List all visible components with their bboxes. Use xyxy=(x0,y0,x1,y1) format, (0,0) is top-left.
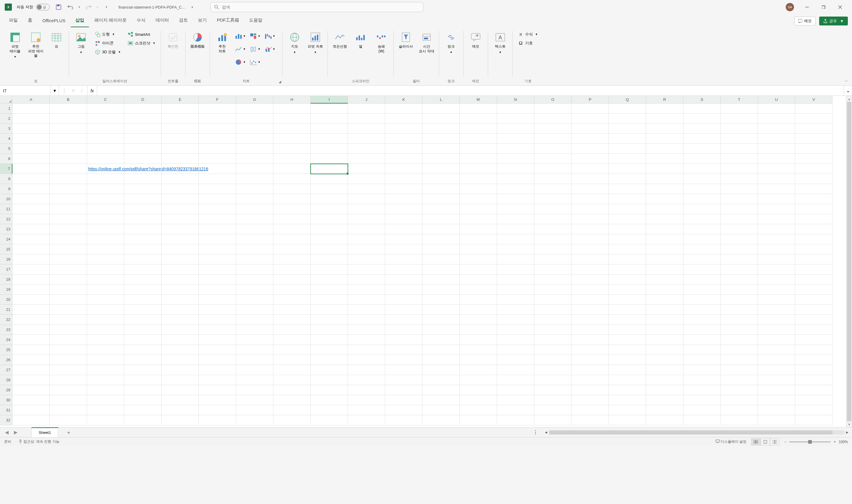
recommended-pivot-button[interactable]: 추천 피벗 테이블 xyxy=(26,30,45,58)
column-header[interactable]: S xyxy=(683,96,721,104)
cell[interactable] xyxy=(162,325,199,335)
cell[interactable] xyxy=(311,234,348,244)
cell[interactable] xyxy=(385,415,422,425)
cell[interactable] xyxy=(721,204,758,214)
cell[interactable] xyxy=(199,224,236,234)
cell[interactable] xyxy=(646,285,683,294)
cell[interactable] xyxy=(758,385,795,395)
cell[interactable] xyxy=(609,355,646,365)
cell[interactable] xyxy=(758,294,795,305)
cell[interactable] xyxy=(795,345,833,355)
cell[interactable] xyxy=(497,415,534,425)
cell[interactable] xyxy=(311,395,348,405)
cell[interactable] xyxy=(311,265,348,274)
cell[interactable] xyxy=(646,365,683,375)
cell[interactable] xyxy=(497,325,534,335)
sparkline-column-button[interactable]: 열 xyxy=(351,30,370,49)
column-header[interactable]: G xyxy=(236,96,273,104)
cell[interactable] xyxy=(497,154,534,164)
cell[interactable] xyxy=(124,285,162,294)
cell[interactable] xyxy=(385,154,422,164)
zoom-out-button[interactable]: − xyxy=(784,440,786,444)
cell[interactable] xyxy=(162,345,199,355)
cell[interactable] xyxy=(422,265,460,274)
cell[interactable] xyxy=(87,244,124,254)
cell[interactable] xyxy=(795,415,833,425)
cell[interactable] xyxy=(758,395,795,405)
cell[interactable] xyxy=(646,294,683,305)
cell[interactable] xyxy=(87,184,124,194)
cell[interactable] xyxy=(795,285,833,294)
cell[interactable] xyxy=(348,174,385,184)
cell[interactable] xyxy=(460,113,497,124)
cell[interactable] xyxy=(795,214,833,224)
cell[interactable] xyxy=(162,164,199,174)
cell[interactable] xyxy=(385,194,422,204)
cell[interactable] xyxy=(50,375,87,385)
cell[interactable] xyxy=(50,315,87,325)
name-box[interactable] xyxy=(0,86,50,95)
cell[interactable] xyxy=(348,134,385,144)
vertical-scroll-thumb[interactable] xyxy=(847,102,851,421)
cell[interactable] xyxy=(534,224,572,234)
cell[interactable] xyxy=(497,385,534,395)
cell[interactable] xyxy=(422,214,460,224)
cell[interactable] xyxy=(534,214,572,224)
cell[interactable] xyxy=(497,124,534,134)
cell[interactable] xyxy=(646,345,683,355)
cell[interactable] xyxy=(348,385,385,395)
cell[interactable] xyxy=(534,204,572,214)
cell[interactable] xyxy=(795,395,833,405)
cell[interactable] xyxy=(236,325,273,335)
cell[interactable] xyxy=(758,234,795,244)
scroll-right-arrow[interactable]: ▶ xyxy=(844,431,850,434)
cell[interactable] xyxy=(460,305,497,315)
cell[interactable] xyxy=(50,365,87,375)
cell[interactable] xyxy=(721,254,758,265)
cell[interactable] xyxy=(609,164,646,174)
cell[interactable] xyxy=(497,305,534,315)
cell[interactable] xyxy=(572,315,609,325)
cell[interactable] xyxy=(609,285,646,294)
view-normal-button[interactable] xyxy=(751,438,761,446)
cell[interactable] xyxy=(646,395,683,405)
cell[interactable] xyxy=(460,385,497,395)
cell[interactable] xyxy=(87,134,124,144)
cell[interactable] xyxy=(311,274,348,285)
cell[interactable] xyxy=(534,415,572,425)
column-header[interactable]: N xyxy=(497,96,534,104)
cell[interactable] xyxy=(13,335,50,345)
tab-insert[interactable]: 삽입 xyxy=(71,15,89,27)
cell[interactable] xyxy=(385,174,422,184)
cell[interactable] xyxy=(683,315,721,325)
cell[interactable] xyxy=(758,345,795,355)
cell[interactable] xyxy=(534,194,572,204)
row-header[interactable]: 32 xyxy=(0,415,13,425)
search-box[interactable] xyxy=(210,2,423,12)
cell[interactable] xyxy=(199,214,236,224)
cell[interactable] xyxy=(162,204,199,214)
cell[interactable] xyxy=(609,385,646,395)
cell[interactable] xyxy=(572,294,609,305)
cell[interactable] xyxy=(609,294,646,305)
cell[interactable] xyxy=(199,124,236,134)
cell[interactable] xyxy=(13,164,50,174)
cell[interactable] xyxy=(609,154,646,164)
cell[interactable] xyxy=(683,134,721,144)
cell[interactable] xyxy=(50,345,87,355)
cell[interactable] xyxy=(572,375,609,385)
column-header[interactable]: L xyxy=(422,96,460,104)
pie-chart-button[interactable]: ▼ xyxy=(234,56,247,68)
cell[interactable] xyxy=(50,124,87,134)
cell[interactable] xyxy=(683,265,721,274)
cell[interactable] xyxy=(758,315,795,325)
cell[interactable] xyxy=(609,144,646,154)
row-header[interactable]: 8 xyxy=(0,174,13,184)
cell[interactable] xyxy=(534,285,572,294)
cell[interactable] xyxy=(572,104,609,113)
cell[interactable] xyxy=(795,224,833,234)
cell[interactable] xyxy=(422,113,460,124)
cell[interactable] xyxy=(460,375,497,385)
row-header[interactable]: 28 xyxy=(0,375,13,385)
cell[interactable] xyxy=(273,164,311,174)
